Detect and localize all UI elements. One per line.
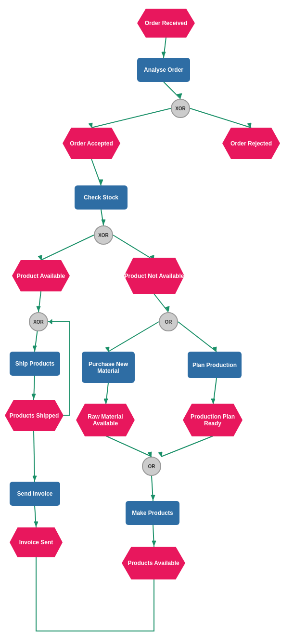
production-plan-ready-node: Production Plan Ready (183, 404, 243, 436)
order-received-node: Order Received (137, 9, 195, 38)
products-available-node: Products Available (122, 547, 185, 579)
svg-line-34 (106, 436, 152, 457)
svg-line-2 (164, 82, 180, 99)
svg-line-10 (101, 210, 103, 225)
svg-line-16 (38, 291, 41, 312)
svg-line-42 (35, 506, 36, 527)
order-accepted-node: Order Accepted (63, 128, 120, 159)
svg-marker-21 (105, 347, 109, 352)
products-shipped-node: Products Shipped (5, 400, 64, 431)
svg-marker-33 (33, 476, 37, 481)
xor-gateway-3: XOR (29, 312, 48, 331)
make-products-node: Make Products (126, 501, 179, 525)
svg-line-6 (190, 108, 251, 128)
svg-line-22 (178, 322, 217, 352)
svg-marker-35 (148, 452, 152, 457)
xor-gateway-2: XOR (94, 225, 113, 245)
svg-marker-17 (37, 306, 40, 311)
raw-material-available-node: Raw Material Available (76, 404, 135, 436)
svg-marker-11 (102, 220, 105, 224)
invoice-sent-node: Invoice Sent (10, 527, 63, 557)
xor-gateway-1: XOR (171, 99, 190, 118)
order-rejected-node: Order Rejected (222, 128, 280, 159)
check-stock-node: Check Stock (75, 185, 128, 210)
product-not-available-node: Product Not Available (124, 258, 184, 294)
svg-line-0 (164, 38, 166, 58)
svg-line-38 (152, 476, 153, 501)
svg-line-18 (154, 294, 168, 312)
svg-marker-3 (177, 93, 182, 98)
svg-marker-25 (33, 346, 37, 351)
product-available-node: Product Available (12, 260, 70, 291)
analyse-order-node: Analyse Order (137, 58, 190, 82)
svg-line-32 (34, 431, 35, 482)
svg-marker-45 (49, 319, 52, 324)
svg-line-26 (34, 376, 35, 400)
svg-line-28 (106, 383, 108, 405)
svg-marker-5 (89, 123, 92, 128)
svg-marker-7 (247, 123, 251, 128)
svg-line-40 (153, 525, 154, 547)
or-gateway-2: OR (142, 457, 161, 476)
ship-products-node: Ship Products (10, 352, 60, 376)
svg-marker-37 (158, 452, 162, 457)
flowchart-diagram: Order Received Analyse Order XOR Order A… (0, 0, 294, 644)
svg-marker-39 (151, 495, 155, 500)
svg-marker-31 (211, 399, 215, 404)
svg-marker-43 (34, 522, 38, 526)
svg-line-4 (91, 108, 171, 128)
svg-line-12 (41, 235, 94, 260)
svg-marker-27 (32, 394, 36, 399)
send-invoice-node: Send Invoice (10, 482, 60, 506)
svg-line-8 (91, 159, 101, 185)
svg-marker-23 (213, 347, 217, 352)
svg-marker-1 (162, 52, 166, 57)
purchase-new-material-node: Purchase New Material (82, 352, 135, 383)
svg-line-30 (213, 378, 217, 405)
svg-line-14 (113, 235, 154, 260)
svg-marker-19 (166, 306, 169, 311)
plan-production-node: Plan Production (188, 352, 242, 378)
svg-marker-41 (152, 541, 156, 546)
svg-line-36 (161, 436, 213, 457)
svg-marker-9 (99, 180, 103, 184)
svg-line-20 (108, 322, 159, 352)
or-gateway-1: OR (159, 312, 178, 331)
svg-marker-13 (38, 255, 42, 260)
svg-marker-29 (104, 399, 108, 404)
